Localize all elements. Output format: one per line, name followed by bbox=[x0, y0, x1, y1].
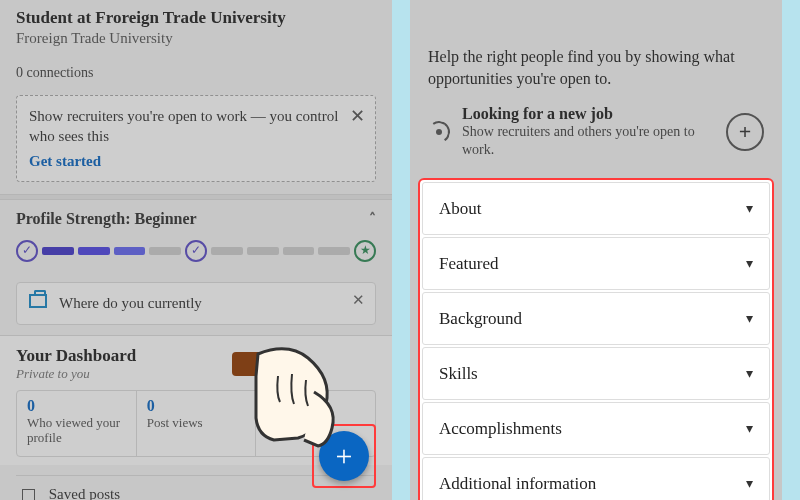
chevron-down-icon: ▾ bbox=[746, 475, 753, 492]
section-label: Background bbox=[439, 309, 522, 329]
section-additional-information[interactable]: Additional information ▾ bbox=[422, 457, 770, 500]
dashboard-cell[interactable]: 0 Who viewed your profile bbox=[17, 391, 137, 456]
where-work-text: Where do you currently bbox=[59, 295, 202, 311]
looking-for-job-row[interactable]: . Looking for a new job Show recruiters … bbox=[428, 105, 764, 159]
dashboard-subtitle: Private to you bbox=[16, 366, 376, 382]
dashboard-label: Post views bbox=[147, 415, 246, 431]
profile-strength-label: Profile Strength: Beginner bbox=[16, 210, 197, 228]
chevron-down-icon: ▾ bbox=[746, 255, 753, 272]
chevron-up-icon[interactable]: ˄ bbox=[369, 210, 376, 227]
chevron-down-icon: ▾ bbox=[746, 200, 753, 217]
profile-school: Froreign Trade University bbox=[16, 30, 376, 47]
right-screenshot: Help the right people find you by showin… bbox=[410, 0, 782, 500]
sections-highlight-box: About ▾ Featured ▾ Background ▾ Skills ▾… bbox=[418, 178, 774, 500]
section-about[interactable]: About ▾ bbox=[422, 182, 770, 235]
add-section-header: Help the right people find you by showin… bbox=[410, 0, 782, 172]
section-background[interactable]: Background ▾ bbox=[422, 292, 770, 345]
briefcase-icon bbox=[29, 294, 47, 308]
dashboard-label: Who viewed your profile bbox=[27, 415, 126, 446]
dashboard-number: 0 bbox=[147, 397, 246, 415]
open-to-work-card[interactable]: ✕ Show recruiters you're open to work — … bbox=[16, 95, 376, 182]
progress-node-check-icon: ✓ bbox=[185, 240, 207, 262]
profile-strength-section[interactable]: Profile Strength: Beginner ˄ ✓ ✓ ★ bbox=[0, 200, 392, 268]
profile-header: Student at Froreign Trade University Fro… bbox=[0, 0, 392, 85]
add-looking-button[interactable]: + bbox=[726, 113, 764, 151]
plus-icon: + bbox=[739, 119, 752, 145]
help-text: Help the right people find you by showin… bbox=[428, 46, 764, 89]
looking-title: Looking for a new job bbox=[462, 105, 714, 123]
plus-icon: + bbox=[336, 439, 353, 473]
close-icon[interactable]: ✕ bbox=[352, 291, 365, 309]
section-featured[interactable]: Featured ▾ bbox=[422, 237, 770, 290]
profile-headline: Student at Froreign Trade University bbox=[16, 8, 376, 28]
section-label: Featured bbox=[439, 254, 498, 274]
broadcast-icon: . bbox=[426, 120, 451, 145]
get-started-link[interactable]: Get started bbox=[29, 151, 101, 171]
add-fab-button[interactable]: + bbox=[319, 431, 369, 481]
chevron-down-icon: ▾ bbox=[746, 420, 753, 437]
where-work-card[interactable]: Where do you currently ✕ bbox=[16, 282, 376, 325]
saved-posts-label: Saved posts bbox=[49, 486, 120, 500]
progress-node-check-icon: ✓ bbox=[16, 240, 38, 262]
fab-highlight-box: + bbox=[312, 424, 376, 488]
dashboard-number: 0 bbox=[27, 397, 126, 415]
strength-progress: ✓ ✓ ★ bbox=[16, 240, 376, 262]
chevron-down-icon: ▾ bbox=[746, 365, 753, 382]
section-accomplishments[interactable]: Accomplishments ▾ bbox=[422, 402, 770, 455]
bookmark-icon bbox=[22, 489, 35, 500]
close-icon[interactable]: ✕ bbox=[350, 104, 365, 128]
dashboard-title: Your Dashboard bbox=[16, 346, 136, 365]
section-label: About bbox=[439, 199, 482, 219]
section-label: Skills bbox=[439, 364, 478, 384]
section-label: Accomplishments bbox=[439, 419, 562, 439]
connections-count: 0 connections bbox=[16, 65, 376, 81]
dashboard-label: appearan bbox=[266, 397, 365, 413]
section-skills[interactable]: Skills ▾ bbox=[422, 347, 770, 400]
left-screenshot: Student at Froreign Trade University Fro… bbox=[0, 0, 392, 500]
progress-node-star-icon: ★ bbox=[354, 240, 376, 262]
dashboard-cell[interactable]: 0 Post views bbox=[137, 391, 257, 456]
chevron-down-icon: ▾ bbox=[746, 310, 753, 327]
section-label: Additional information bbox=[439, 474, 596, 494]
open-to-work-text: Show recruiters you're open to work — yo… bbox=[29, 106, 341, 147]
looking-sub: Show recruiters and others you're open t… bbox=[462, 123, 714, 159]
